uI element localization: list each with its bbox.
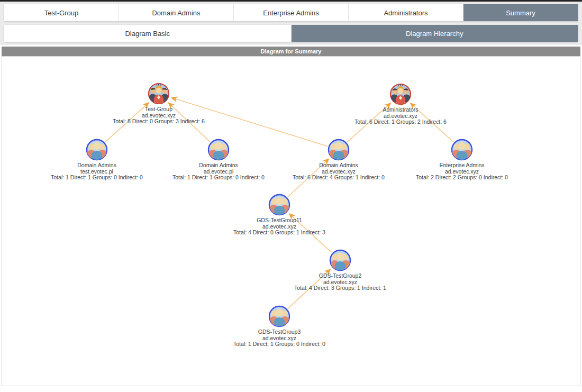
node-domain-admins-test-pl[interactable] — [85, 138, 108, 161]
node-domain: ad.evotec.pl — [150, 169, 287, 175]
group-icon — [450, 138, 474, 161]
node-label-gds-testgroup11: GDS-TestGroup11ad.evotec.xyzTotal: 4 Dir… — [211, 217, 348, 236]
admin-group-icon — [389, 83, 412, 106]
node-domain: ad.evotec.xyz — [211, 335, 348, 342]
group-icon — [327, 138, 350, 161]
group-icon — [329, 249, 352, 272]
diagram-panel-title: Diagram for Summary — [2, 47, 580, 56]
node-domain: ad.evotec.xyz — [332, 113, 469, 120]
tab-test-group[interactable]: Test-Group — [4, 4, 119, 21]
edge-domain-admins-ad-xyz-to-administrators — [347, 103, 390, 142]
group-icon — [85, 138, 108, 161]
node-label-enterprise-admins: Enterprise Adminsad.evotec.xyzTotal: 2 D… — [393, 162, 531, 181]
node-administrators[interactable] — [389, 83, 412, 106]
node-domain: ad.evotec.xyz — [393, 169, 531, 175]
node-name: Domain Admins — [150, 162, 287, 169]
edge-enterprise-admins-to-administrators — [411, 103, 453, 142]
node-stats: Total: 1 Direct: 1 Groups: 0 Indirect: 0 — [28, 175, 166, 181]
node-label-domain-admins-ad-xyz: Domain Adminsad.evotec.xyzTotal: 6 Direc… — [270, 162, 407, 181]
group-icon — [207, 138, 230, 161]
node-enterprise-admins[interactable] — [450, 138, 474, 161]
node-label-gds-testgroup2: GDS-TestGroup2ad.evotec.xyzTotal: 4 Dire… — [271, 273, 409, 291]
node-label-test-group: Test-Groupad.evotec.xyzTotal: 8 Direct: … — [90, 106, 228, 125]
subtab-diagram-hierarchy[interactable]: Diagram Hierarchy — [292, 25, 578, 42]
subtab-diagram-basic[interactable]: Diagram Basic — [4, 25, 292, 42]
node-name: GDS-TestGroup2 — [271, 273, 409, 279]
admin-group-icon — [147, 82, 170, 105]
node-label-domain-admins-test-pl: Domain Adminstest.evotec.plTotal: 1 Dire… — [28, 162, 166, 181]
node-gds-testgroup3[interactable] — [268, 305, 291, 328]
tab-domain-admins[interactable]: Domain Admins — [119, 4, 234, 21]
group-tabs: Test-Group Domain Admins Enterprise Admi… — [4, 4, 578, 21]
node-gds-testgroup2[interactable] — [329, 249, 352, 272]
node-stats: Total: 4 Direct: 3 Groups: 1 Indirect: 1 — [271, 285, 409, 291]
node-name: Domain Admins — [270, 162, 407, 169]
node-stats: Total: 2 Direct: 2 Groups: 0 Indirect: 0 — [393, 175, 531, 181]
node-name: Test-Group — [90, 106, 228, 113]
tab-summary[interactable]: Summary — [463, 4, 578, 21]
tabs-zone: Test-Group Domain Admins Enterprise Admi… — [0, 2, 582, 45]
node-stats: Total: 6 Direct: 1 Groups: 2 Indirect: 6 — [332, 119, 469, 125]
node-domain-admins-ad-xyz[interactable] — [327, 138, 350, 161]
tab-administrators[interactable]: Administrators — [349, 4, 463, 21]
node-domain: test.evotec.pl — [28, 169, 166, 175]
node-label-administrators: Administratorsad.evotec.xyzTotal: 6 Dire… — [332, 107, 469, 125]
node-name: Administrators — [332, 107, 469, 113]
node-test-group[interactable] — [147, 82, 170, 105]
diagram-canvas: Test-Groupad.evotec.xyzTotal: 8 Direct: … — [2, 57, 580, 386]
node-name: GDS-TestGroup3 — [211, 329, 348, 335]
diagram-subtabs: Diagram Basic Diagram Hierarchy — [4, 25, 578, 42]
diagram-panel: Test-Groupad.evotec.xyzTotal: 8 Direct: … — [2, 56, 580, 386]
edge-gds-testgroup3-to-gds-testgroup2 — [288, 269, 330, 308]
node-label-domain-admins-ad-pl: Domain Adminsad.evotec.plTotal: 1 Direct… — [150, 162, 287, 181]
edge-domain-admins-test-pl-to-test-group — [105, 103, 149, 142]
node-domain: ad.evotec.xyz — [271, 279, 409, 286]
node-stats: Total: 1 Direct: 1 Groups: 0 Indirect: 0 — [211, 341, 348, 348]
node-domain: ad.evotec.xyz — [90, 113, 228, 119]
node-stats: Total: 1 Direct: 1 Groups: 0 Indirect: 0 — [150, 175, 287, 181]
node-stats: Total: 8 Direct: 0 Groups: 3 Indirect: 6 — [90, 118, 228, 125]
edge-layer — [2, 57, 580, 386]
node-name: GDS-TestGroup11 — [211, 217, 348, 224]
node-stats: Total: 4 Direct: 0 Groups: 1 Indirect: 3 — [211, 230, 348, 236]
node-gds-testgroup11[interactable] — [268, 193, 291, 216]
node-name: Domain Admins — [28, 162, 166, 169]
node-domain: ad.evotec.xyz — [211, 224, 348, 230]
group-icon — [268, 305, 291, 328]
group-icon — [268, 193, 291, 216]
node-domain-admins-ad-pl[interactable] — [207, 138, 230, 161]
node-domain: ad.evotec.xyz — [270, 169, 407, 175]
node-stats: Total: 6 Direct: 4 Groups: 1 Indirect: 0 — [270, 175, 407, 181]
tab-enterprise-admins[interactable]: Enterprise Admins — [234, 4, 349, 21]
node-name: Enterprise Admins — [393, 162, 531, 169]
edge-domain-admins-ad-xyz-to-test-group — [171, 97, 328, 146]
edge-gds-testgroup11-to-domain-admins-ad-xyz — [288, 159, 329, 197]
node-label-gds-testgroup3: GDS-TestGroup3ad.evotec.xyzTotal: 1 Dire… — [211, 329, 348, 348]
edge-gds-testgroup2-to-gds-testgroup11 — [289, 214, 331, 252]
edge-domain-admins-ad-pl-to-test-group — [168, 103, 210, 142]
